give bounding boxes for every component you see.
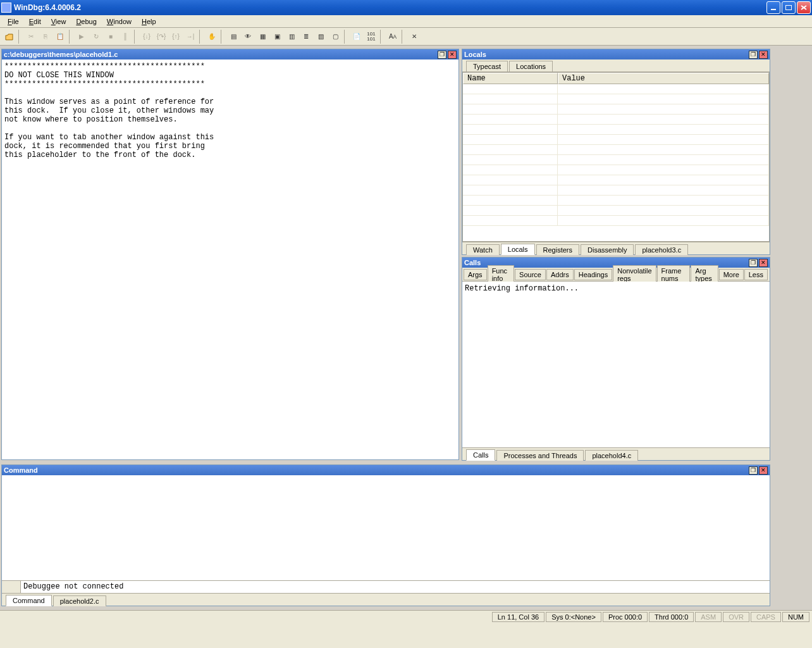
minimize-button[interactable] bbox=[766, 1, 780, 14]
locals-bottom-tabs: Watch Locals Registers Disassembly place… bbox=[462, 242, 770, 254]
tab-command[interactable]: Command bbox=[6, 595, 52, 606]
toolbar: ✂ ⎘ 📋 ▶ ↻ ■ ║ {↓} {↷} {↑} →| ✋ ▤ 👁 ▦ ▣ ▥… bbox=[0, 28, 812, 46]
tab-registers[interactable]: Registers bbox=[536, 244, 579, 255]
watch-window-icon[interactable]: 👁 bbox=[241, 30, 255, 44]
copy-icon[interactable]: ⎘ bbox=[39, 30, 52, 44]
status-asm: ASM bbox=[695, 612, 722, 622]
open-icon[interactable] bbox=[3, 30, 16, 44]
menu-window[interactable]: Window bbox=[102, 16, 137, 27]
tab-calls[interactable]: Calls bbox=[466, 449, 495, 461]
step-into-icon[interactable]: {↓} bbox=[140, 30, 154, 44]
registers-window-icon[interactable]: ▣ bbox=[270, 30, 284, 44]
source-window-titlebar[interactable]: c:\debuggers\themes\placehold1.c ❐ ✕ bbox=[2, 49, 458, 59]
command-output[interactable] bbox=[2, 475, 770, 580]
command-window: Command ❐ ✕ Debuggee not connected Comma… bbox=[1, 464, 770, 606]
disasm-window-icon[interactable]: ▧ bbox=[314, 30, 328, 44]
calls-toolbar: Args Func info Source Addrs Headings Non… bbox=[462, 268, 770, 282]
svg-rect-0 bbox=[771, 9, 776, 10]
break-icon[interactable]: ║ bbox=[118, 30, 132, 44]
close-icon[interactable]: ✕ bbox=[759, 51, 768, 59]
locals-window-icon[interactable]: ▦ bbox=[255, 30, 269, 44]
font-icon[interactable]: AA bbox=[386, 30, 400, 44]
statusbar: Ln 11, Col 36 Sys 0:<None> Proc 000:0 Th… bbox=[0, 610, 812, 623]
locals-table: Name Value bbox=[462, 72, 770, 242]
btn-addrs[interactable]: Addrs bbox=[546, 269, 574, 280]
command-window-titlebar[interactable]: Command ❐ ✕ bbox=[2, 465, 770, 475]
menu-help[interactable]: Help bbox=[137, 16, 161, 27]
tab-placehold2[interactable]: placehold2.c bbox=[53, 595, 106, 606]
menu-file[interactable]: File bbox=[3, 16, 24, 27]
close-button[interactable] bbox=[797, 1, 811, 14]
status-thrd: Thrd 000:0 bbox=[649, 612, 694, 622]
btn-headings[interactable]: Headings bbox=[574, 269, 612, 280]
status-caps: CAPS bbox=[751, 612, 781, 622]
btn-arg-types[interactable]: Arg types bbox=[691, 265, 718, 284]
tab-watch[interactable]: Watch bbox=[466, 244, 500, 255]
btn-func-info[interactable]: Func info bbox=[488, 265, 514, 284]
calls-bottom-tabs: Calls Processes and Threads placehold4.c bbox=[462, 447, 770, 460]
window-titlebar: WinDbg:6.4.0006.2 bbox=[0, 0, 812, 15]
status-proc: Proc 000:0 bbox=[603, 612, 648, 622]
btn-frame-nums[interactable]: Frame nums bbox=[657, 265, 691, 284]
command-window-icon[interactable]: ▤ bbox=[226, 30, 240, 44]
stop-icon[interactable]: ■ bbox=[104, 30, 118, 44]
tab-disassembly[interactable]: Disassembly bbox=[581, 244, 634, 255]
memory-window-icon[interactable]: ▥ bbox=[285, 30, 298, 44]
app-icon bbox=[1, 3, 11, 13]
step-over-icon[interactable]: {↷} bbox=[154, 30, 168, 44]
column-value[interactable]: Value bbox=[558, 73, 769, 84]
breakpoint-icon[interactable]: ✋ bbox=[205, 30, 219, 44]
tab-typecast[interactable]: Typecast bbox=[466, 61, 508, 72]
options-icon[interactable]: ✕ bbox=[407, 30, 421, 44]
window-title: WinDbg:6.4.0006.2 bbox=[14, 3, 81, 12]
menu-debug[interactable]: Debug bbox=[71, 16, 101, 27]
close-icon[interactable]: ✕ bbox=[448, 51, 457, 59]
tab-processes-threads[interactable]: Processes and Threads bbox=[496, 450, 584, 461]
source-window-title: c:\debuggers\themes\placehold1.c bbox=[4, 51, 436, 58]
go-icon[interactable]: ▶ bbox=[75, 30, 89, 44]
restore-icon[interactable]: ❐ bbox=[749, 259, 758, 267]
locals-top-tabs: Typecast Locations bbox=[462, 59, 770, 72]
maximize-button[interactable] bbox=[782, 1, 796, 14]
btn-more[interactable]: More bbox=[719, 269, 744, 280]
cut-icon[interactable]: ✂ bbox=[24, 30, 38, 44]
command-prompt bbox=[2, 581, 21, 593]
tab-placehold3[interactable]: placehold3.c bbox=[635, 244, 688, 255]
locals-window-titlebar[interactable]: Locals ❐ ✕ bbox=[462, 49, 770, 59]
status-sys: Sys 0:<None> bbox=[546, 612, 601, 622]
locals-window-title: Locals bbox=[464, 51, 747, 58]
btn-nonvolatile-regs[interactable]: Nonvolatile regs bbox=[613, 265, 656, 284]
command-input-row: Debuggee not connected bbox=[2, 580, 770, 593]
step-out-icon[interactable]: {↑} bbox=[169, 30, 183, 44]
locals-body bbox=[463, 84, 769, 226]
column-name[interactable]: Name bbox=[463, 73, 558, 84]
restore-icon[interactable]: ❐ bbox=[749, 466, 758, 475]
tab-placehold4[interactable]: placehold4.c bbox=[585, 450, 638, 461]
restore-icon[interactable]: ❐ bbox=[749, 51, 758, 59]
run-to-cursor-icon[interactable]: →| bbox=[183, 30, 197, 44]
paste-icon[interactable]: 📋 bbox=[53, 30, 67, 44]
command-window-title: Command bbox=[4, 466, 747, 474]
menu-view[interactable]: View bbox=[46, 16, 71, 27]
locals-window: Locals ❐ ✕ Typecast Locations Name Value bbox=[462, 49, 770, 255]
calls-body[interactable]: Retrieving information... bbox=[462, 282, 770, 447]
menu-edit[interactable]: Edit bbox=[24, 16, 46, 27]
source-mode-icon[interactable]: 📄 bbox=[350, 30, 364, 44]
restore-icon[interactable]: ❐ bbox=[438, 51, 446, 59]
btn-less[interactable]: Less bbox=[744, 269, 768, 280]
btn-source[interactable]: Source bbox=[515, 269, 546, 280]
btn-args[interactable]: Args bbox=[464, 269, 487, 280]
scratch-window-icon[interactable]: ▢ bbox=[328, 30, 342, 44]
close-icon[interactable]: ✕ bbox=[759, 466, 768, 475]
binary-icon[interactable]: 101101 bbox=[364, 30, 378, 44]
status-ovr: OVR bbox=[723, 612, 749, 622]
command-bottom-tabs: Command placehold2.c bbox=[2, 593, 770, 606]
svg-rect-1 bbox=[785, 5, 792, 10]
tab-locals[interactable]: Locals bbox=[501, 244, 535, 255]
source-text-area[interactable]: ****************************************… bbox=[2, 59, 458, 459]
close-icon[interactable]: ✕ bbox=[759, 259, 768, 267]
restart-icon[interactable]: ↻ bbox=[89, 30, 103, 44]
callstack-window-icon[interactable]: ≣ bbox=[299, 30, 313, 44]
tab-locations[interactable]: Locations bbox=[509, 61, 553, 72]
mdi-client-area: c:\debuggers\themes\placehold1.c ❐ ✕ ***… bbox=[0, 46, 812, 623]
